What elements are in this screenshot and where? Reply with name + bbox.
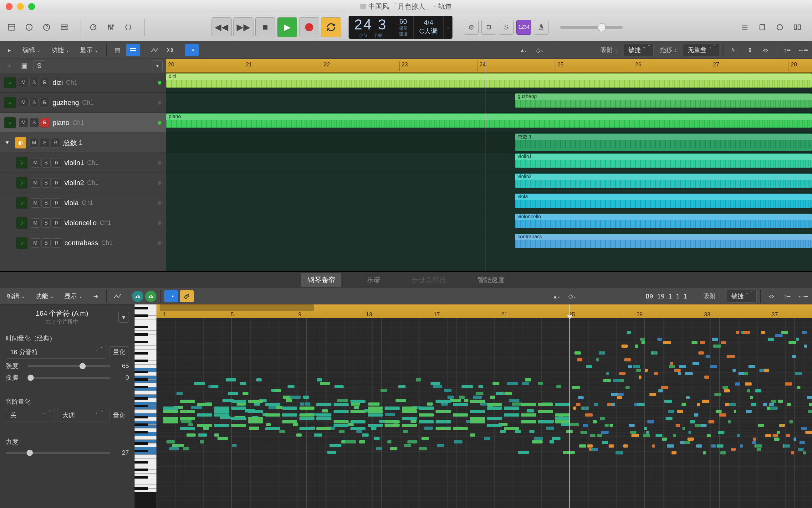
midi-note[interactable]	[419, 420, 434, 423]
midi-note[interactable]	[721, 341, 726, 344]
midi-note[interactable]	[618, 393, 624, 396]
track-header-viola[interactable]: ♪MSRviolaCh1	[0, 193, 166, 213]
mute-button[interactable]: M	[31, 198, 40, 208]
midi-note[interactable]	[518, 451, 529, 454]
midi-note[interactable]	[163, 417, 178, 420]
midi-note[interactable]	[163, 410, 178, 413]
track-name[interactable]: guzheng	[53, 99, 79, 107]
tab-score[interactable]: 乐谱	[360, 273, 386, 287]
midi-note[interactable]	[679, 365, 686, 368]
midi-note[interactable]	[602, 441, 608, 444]
midi-note[interactable]	[708, 420, 714, 423]
midi-note[interactable]	[504, 413, 519, 417]
midi-note[interactable]	[337, 399, 348, 402]
track-solo-button[interactable]: S	[30, 78, 39, 87]
midi-note[interactable]	[214, 424, 229, 427]
midi-note[interactable]	[640, 338, 645, 341]
inspector-config-button[interactable]: ▾	[118, 312, 129, 323]
arrange-area[interactable]: 202122232425262728 diziguzhengpiano总数 1v…	[166, 59, 812, 271]
region-violin2[interactable]: violin2	[515, 173, 812, 188]
midi-note[interactable]	[470, 420, 485, 423]
midi-note[interactable]	[402, 410, 417, 413]
window-zoom-button[interactable]	[28, 3, 35, 10]
midi-note[interactable]	[521, 420, 536, 423]
track-header-piano[interactable]: ♪MSRpianoCh1	[0, 113, 166, 133]
scale-quantize-button[interactable]: 量化	[109, 410, 129, 421]
midi-note[interactable]	[660, 389, 662, 392]
midi-note[interactable]	[484, 437, 490, 440]
duplicate-track-button[interactable]: ▣	[18, 60, 30, 71]
midi-note[interactable]	[653, 351, 656, 354]
midi-note[interactable]	[584, 407, 587, 410]
midi-note[interactable]	[712, 338, 718, 341]
midi-note[interactable]	[579, 444, 586, 448]
midi-note[interactable]	[763, 403, 767, 406]
midi-note[interactable]	[180, 399, 195, 403]
quantize-value-select[interactable]: 16 分音符	[6, 346, 106, 358]
midi-note[interactable]	[476, 392, 483, 395]
midi-note[interactable]	[214, 407, 229, 410]
midi-note[interactable]	[266, 423, 271, 426]
midi-note[interactable]	[765, 434, 771, 437]
lcd-key[interactable]: C大调	[419, 27, 438, 36]
pr-catch-button[interactable]	[164, 290, 178, 302]
midi-note[interactable]	[183, 447, 189, 450]
midi-note[interactable]	[580, 431, 587, 434]
mute-button[interactable]: M	[30, 138, 39, 147]
midi-note[interactable]	[187, 433, 196, 436]
loop-browser-button[interactable]	[771, 19, 788, 36]
help-button[interactable]	[38, 19, 55, 36]
midi-note[interactable]	[719, 413, 726, 417]
midi-note[interactable]	[753, 437, 756, 441]
midi-note[interactable]	[512, 403, 522, 406]
vertical-zoom-button[interactable]: ⇕	[743, 44, 757, 56]
midi-note[interactable]	[730, 355, 735, 358]
midi-note[interactable]	[809, 403, 812, 406]
midi-note[interactable]	[777, 431, 780, 434]
midi-note[interactable]	[354, 406, 359, 409]
region-dizi[interactable]: dizi	[166, 73, 812, 88]
track-header-violoncello[interactable]: ♪MSRvioloncelloCh1	[0, 213, 166, 233]
global-solo-button[interactable]: S	[33, 60, 45, 71]
piano-roll-ruler[interactable]: 15913172125293337	[156, 304, 812, 318]
midi-note[interactable]	[635, 344, 638, 348]
midi-note[interactable]	[699, 351, 704, 354]
midi-note[interactable]	[480, 403, 486, 406]
midi-note[interactable]	[470, 399, 485, 403]
midi-note[interactable]	[603, 379, 611, 382]
midi-note[interactable]	[769, 403, 774, 406]
midi-note[interactable]	[538, 403, 553, 406]
midi-note[interactable]	[752, 441, 756, 444]
midi-note[interactable]	[755, 389, 761, 392]
midi-note[interactable]	[473, 395, 482, 399]
midi-note[interactable]	[228, 392, 238, 395]
midi-note[interactable]	[631, 434, 639, 437]
region-violoncello[interactable]: violoncello	[515, 214, 812, 228]
midi-note[interactable]	[694, 413, 699, 417]
track-header-contrabass[interactable]: ♪MSRcontrabassCh1	[0, 233, 166, 253]
midi-note[interactable]	[334, 420, 348, 423]
midi-note[interactable]	[674, 369, 680, 372]
track-solo-button[interactable]: S	[41, 178, 51, 187]
midi-note[interactable]	[299, 407, 315, 410]
midi-note[interactable]	[781, 331, 788, 334]
track-header-violin1[interactable]: ♪MSRviolin1Ch1	[0, 153, 166, 173]
midi-note[interactable]	[729, 403, 736, 406]
flex-button[interactable]	[163, 44, 177, 56]
midi-note[interactable]	[710, 365, 717, 368]
midi-note[interactable]	[713, 344, 721, 348]
midi-note[interactable]	[276, 406, 283, 409]
midi-note[interactable]	[504, 407, 519, 410]
midi-note[interactable]	[265, 427, 280, 430]
grid-view-button[interactable]: ▦	[110, 44, 124, 56]
mute-button[interactable]: M	[31, 178, 40, 187]
midi-note[interactable]	[345, 440, 356, 443]
midi-note[interactable]	[685, 372, 693, 375]
midi-note[interactable]	[282, 413, 297, 417]
record-enable-button[interactable]: R	[40, 78, 49, 87]
midi-note[interactable]	[663, 341, 671, 344]
midi-note[interactable]	[525, 378, 531, 381]
window-close-button[interactable]	[6, 3, 12, 10]
midi-note[interactable]	[617, 396, 622, 399]
midi-note[interactable]	[587, 444, 593, 448]
